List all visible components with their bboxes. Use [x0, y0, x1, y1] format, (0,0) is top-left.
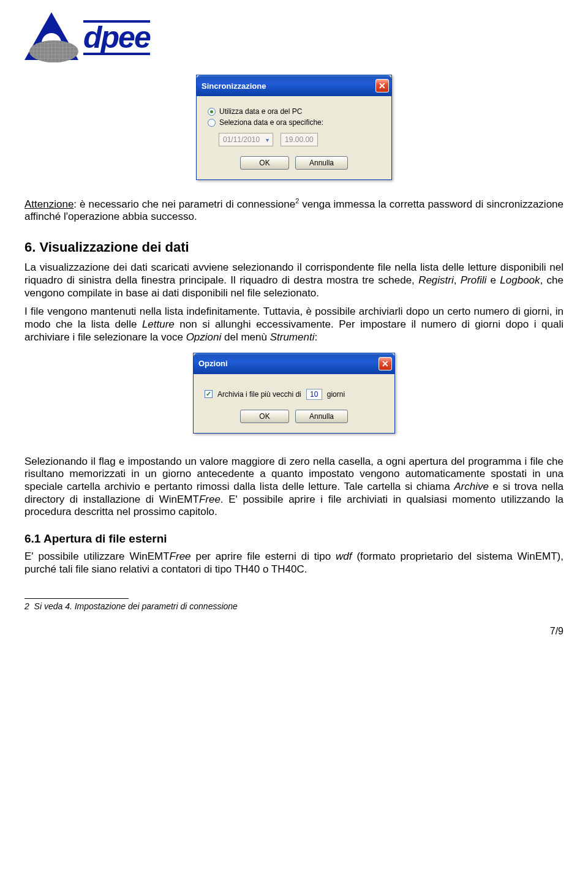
- footnote: 2 Si veda 4. Impostazione dei parametri …: [24, 601, 564, 611]
- section-6-1-heading: 6.1 Apertura di file esterni: [24, 532, 564, 546]
- options-dialog: Opzioni ✕ ✓ Archivia i file più vecchi d…: [193, 353, 395, 434]
- radio-icon: [208, 119, 216, 127]
- time-input[interactable]: 19.00.00: [281, 133, 318, 146]
- company-logo: dpee: [24, 12, 564, 62]
- sync-dialog: Sincronizzazione ✕ Utilizza data e ora d…: [196, 75, 392, 180]
- days-unit: giorni: [327, 390, 345, 399]
- archive-checkbox[interactable]: ✓: [205, 390, 213, 398]
- dialog-titlebar: Opzioni ✕: [194, 353, 394, 374]
- radio-label: Seleziona data e ora specifiche:: [219, 118, 323, 127]
- logo-text: dpee: [83, 20, 150, 55]
- radio-icon: [208, 108, 216, 116]
- dialog-titlebar: Sincronizzazione ✕: [197, 75, 391, 96]
- dialog-title: Sincronizzazione: [202, 81, 266, 91]
- ok-button[interactable]: OK: [240, 156, 289, 170]
- footnote-separator: [24, 598, 129, 599]
- dropdown-icon: ▾: [266, 137, 269, 143]
- radio-specific-time[interactable]: Seleziona data e ora specifiche:: [208, 118, 380, 127]
- close-icon[interactable]: ✕: [379, 357, 392, 370]
- radio-label: Utilizza data e ora del PC: [219, 107, 302, 116]
- section-6-1-p: E' possibile utilizzare WinEMTFree per a…: [24, 550, 564, 576]
- logo-icon: [24, 12, 78, 62]
- days-input[interactable]: 10: [306, 389, 322, 400]
- page-number: 7/9: [24, 626, 564, 637]
- section-6-heading: 6. Visualizzazione dei dati: [24, 239, 564, 255]
- archive-paragraph: Selezionando il flag e impostando un val…: [24, 456, 564, 519]
- close-icon[interactable]: ✕: [375, 79, 389, 92]
- section-6-p1: La visualizzazione dei dati scaricati av…: [24, 261, 564, 299]
- dialog-title: Opzioni: [198, 359, 228, 368]
- warning-paragraph: Attenzione: è necessario che nei paramet…: [24, 197, 564, 224]
- date-input[interactable]: 01/11/2010 ▾: [219, 133, 273, 146]
- radio-use-pc-time[interactable]: Utilizza data e ora del PC: [208, 107, 380, 116]
- section-6-p2: I file vengono mantenuti nella lista ind…: [24, 306, 564, 344]
- cancel-button[interactable]: Annulla: [295, 156, 348, 170]
- checkbox-label: Archivia i file più vecchi di: [217, 390, 301, 399]
- ok-button[interactable]: OK: [240, 410, 289, 423]
- cancel-button[interactable]: Annulla: [295, 410, 348, 423]
